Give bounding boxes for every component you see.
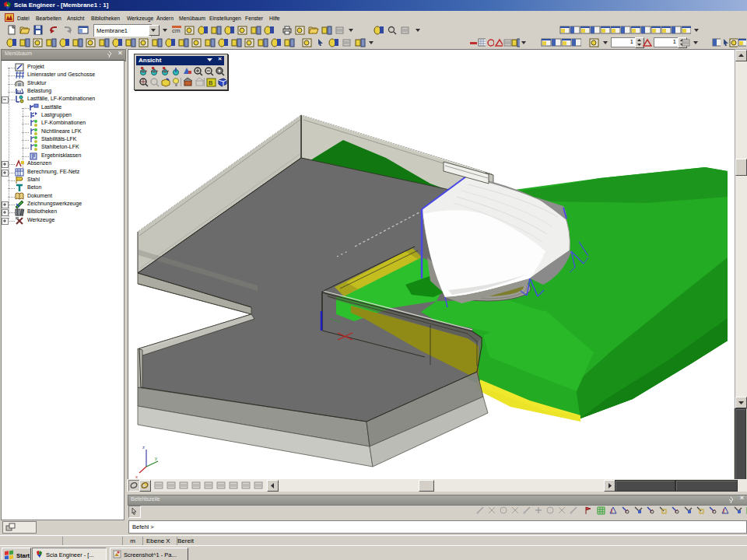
svg-text:z: z (142, 445, 145, 450)
svg-text:cm: cm (172, 27, 181, 34)
svg-text:y: y (155, 456, 157, 460)
svg-text:B: B (209, 79, 212, 86)
